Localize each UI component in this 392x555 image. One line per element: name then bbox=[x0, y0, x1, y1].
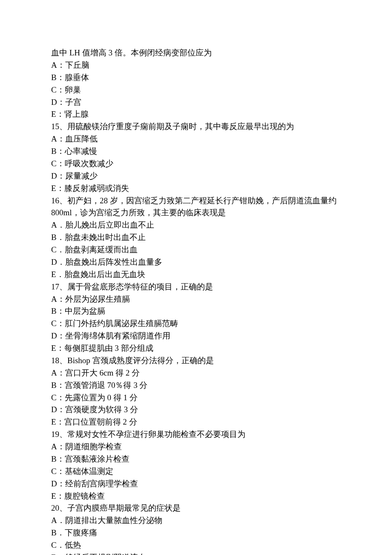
text-line: C：先露位置为 0 得 1 分 bbox=[51, 392, 341, 404]
text-line: B．胎盘未娩出时出血不止 bbox=[51, 231, 341, 244]
text-line: A：宫口开大 6cm 得 2 分 bbox=[51, 367, 341, 379]
text-line: B：宫颈管消退 70％得 3 分 bbox=[51, 379, 341, 392]
text-line: D．胎盘娩出后阵发性出血量多 bbox=[51, 256, 341, 269]
text-line: D．绝经后不规则阴道流血 bbox=[51, 552, 341, 555]
text-line: B：中层为盆膈 bbox=[51, 305, 341, 318]
text-line: A：血压降低 bbox=[51, 133, 341, 145]
text-line: D：经前刮宫病理学检查 bbox=[51, 478, 341, 490]
text-line: B：心率减慢 bbox=[51, 145, 341, 158]
text-line: A：阴道细胞学检查 bbox=[51, 441, 341, 453]
text-line: E：肾上腺 bbox=[51, 108, 341, 121]
text-line: 20、子宫内膜癌早期最常见的症状是 bbox=[51, 502, 341, 515]
text-line: C．低热 bbox=[51, 539, 341, 552]
text-line: 15、用硫酸镁治疗重度子痫前期及子痫时，其中毒反应最早出现的为 bbox=[51, 121, 341, 133]
text-line: 19、常规对女性不孕症进行卵巢功能检查不必要项目为 bbox=[51, 428, 341, 441]
text-line: D：子宫 bbox=[51, 96, 341, 109]
text-line: E：宫口位置朝前得 2 分 bbox=[51, 416, 341, 428]
text-line: E：腹腔镜检查 bbox=[51, 490, 341, 503]
text-line: E．胎盘娩出后出血无血块 bbox=[51, 269, 341, 281]
text-line: A．胎儿娩出后立即出血不止 bbox=[51, 219, 341, 231]
text-line: C．胎盘剥离延缓而出血 bbox=[51, 244, 341, 256]
text-line: B：腺垂体 bbox=[51, 72, 341, 84]
text-line: E：每侧肛提肌由 3 部分组成 bbox=[51, 342, 341, 355]
text-line: 17、属于骨盆底形态学特征的项目，正确的是 bbox=[51, 281, 341, 293]
text-line: C：卵巢 bbox=[51, 84, 341, 96]
text-line: B：宫颈黏液涂片检查 bbox=[51, 453, 341, 465]
text-line: B．下腹疼痛 bbox=[51, 527, 341, 539]
text-line: 血中 LH 值增高 3 倍。本例闭经病变部位应为 bbox=[51, 47, 341, 59]
text-line: A：下丘脑 bbox=[51, 59, 341, 72]
text-line: C：基础体温测定 bbox=[51, 465, 341, 478]
document-page: 血中 LH 值增高 3 倍。本例闭经病变部位应为 A：下丘脑 B：腺垂体 C：卵… bbox=[0, 0, 392, 555]
text-line: E：膝反射减弱或消失 bbox=[51, 182, 341, 195]
text-line: C：呼吸次数减少 bbox=[51, 158, 341, 170]
text-line: D：坐骨海绵体肌有紧缩阴道作用 bbox=[51, 330, 341, 342]
text-line: D：宫颈硬度为软得 3 分 bbox=[51, 404, 341, 416]
text-line: 16、初产妇，28 岁，因宫缩乏力致第二产程延长行产钳助娩，产后阴道流血量约 8… bbox=[51, 195, 341, 220]
text-line: A：外层为泌尿生殖膈 bbox=[51, 293, 341, 306]
text-line: C：肛门外括约肌属泌尿生殖膈范畴 bbox=[51, 318, 341, 330]
text-line: 18、Bishop 宫颈成熟度评分法得分，正确的是 bbox=[51, 355, 341, 367]
text-line: A．阴道排出大量脓血性分泌物 bbox=[51, 515, 341, 527]
text-line: D：尿量减少 bbox=[51, 170, 341, 182]
